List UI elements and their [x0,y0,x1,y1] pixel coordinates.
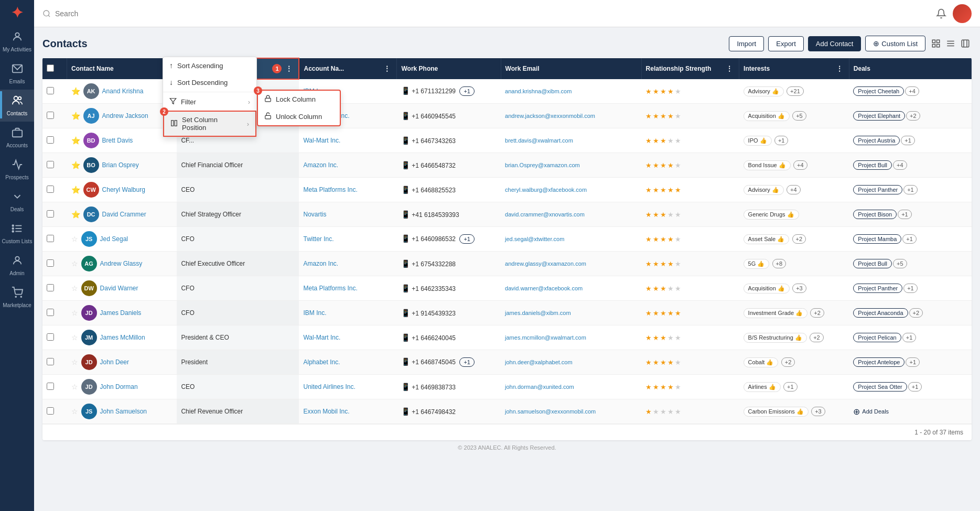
strength-menu-icon[interactable]: ⋮ [724,64,735,73]
interest-tag[interactable]: Investment Grade👍 [744,308,807,318]
sidebar-item-accounts[interactable]: Accounts [0,122,34,154]
row-checkbox[interactable] [47,235,54,242]
email-link[interactable]: andrew.jackson@xexxonmobil.com [505,113,595,119]
interest-extra[interactable]: +8 [772,259,787,268]
deal-extra[interactable]: +4 [893,160,907,170]
contact-name-link[interactable]: James Daniels [100,309,142,317]
deal-tag[interactable]: Project Bull [853,259,892,268]
select-all-checkbox[interactable] [47,64,54,72]
row-checkbox[interactable] [47,309,54,316]
deal-tag[interactable]: Project Mamba [853,234,901,244]
contact-name-link[interactable]: Cheryl Walburg [102,186,145,193]
email-link[interactable]: john.deer@xalphabet.com [505,359,573,365]
row-checkbox[interactable] [47,259,54,267]
deal-extra[interactable]: +1 [903,284,918,293]
interest-tag[interactable]: Generic Drugs👍 [744,210,799,220]
import-button[interactable]: Import [729,36,764,51]
filter-item[interactable]: Filter › [163,93,256,111]
interest-thumb[interactable]: 👍 [796,408,804,415]
email-link[interactable]: john.dorman@xunited.com [505,384,574,390]
deal-extra[interactable]: +2 [906,111,920,121]
interest-thumb[interactable]: 👍 [795,334,802,341]
account-link[interactable]: Twitter Inc. [303,235,333,243]
interest-tag[interactable]: Advisory👍 [744,185,784,195]
deal-tag[interactable]: Project Antelope [853,357,904,367]
interest-extra[interactable]: +3 [792,284,806,293]
interest-extra[interactable]: +2 [792,234,806,244]
deal-tag[interactable]: Project Sea Otter [853,382,907,392]
set-column-position-item[interactable]: Set Column Position › 2 [163,111,256,137]
account-link[interactable]: Amazon Inc. [303,161,338,169]
interest-thumb[interactable]: 👍 [795,310,803,317]
email-link[interactable]: james.daniels@xibm.com [505,310,571,316]
row-checkbox[interactable] [47,87,54,94]
role-menu-icon[interactable]: ⋮ [284,64,294,73]
account-link[interactable]: Exxon Mobil Inc. [303,408,349,415]
sidebar-item-my-activities[interactable]: My Activities [0,26,34,58]
row-checkbox[interactable] [47,210,54,218]
interest-thumb[interactable]: 👍 [787,211,794,218]
email-link[interactable]: cheryl.walburg@xfacebook.com [505,187,587,193]
account-menu-icon[interactable]: ⋮ [382,64,392,73]
interest-extra[interactable]: +1 [774,136,789,145]
interest-extra[interactable]: +1 [783,382,798,392]
email-link[interactable]: john.samuelson@xexxonmobil.com [505,408,596,415]
contact-name-link[interactable]: John Dorman [100,383,138,390]
email-link[interactable]: david.crammer@xnovartis.com [505,211,585,218]
email-link[interactable]: andrew.glassy@xxamazon.com [505,260,586,267]
interest-tag[interactable]: B/S Restructuring👍 [744,333,807,343]
add-deals-button[interactable]: ⊕ Add Deals [853,407,889,417]
sidebar-item-emails[interactable]: Emails [0,58,34,90]
account-link[interactable]: Novartis [303,211,326,218]
interest-extra[interactable]: +5 [792,111,806,121]
deal-tag[interactable]: Project Bull [853,160,892,170]
contact-name-link[interactable]: Anand Krishna [102,88,144,95]
unlock-column-item[interactable]: Unlock Column [258,108,340,125]
interest-thumb[interactable]: 👍 [757,260,764,267]
email-link[interactable]: james.mcmillon@xwalmart.com [505,334,586,341]
row-checkbox[interactable] [47,284,54,291]
deal-extra[interactable]: +1 [901,136,915,145]
deal-extra[interactable]: +4 [905,86,919,96]
contact-name-link[interactable]: Jed Segal [100,235,128,243]
app-logo[interactable]: ✦ [11,4,23,21]
column-view-icon[interactable] [959,37,972,50]
interest-tag[interactable]: Asset Sale👍 [744,234,790,244]
interest-thumb[interactable]: 👍 [772,88,779,95]
interest-tag[interactable]: Bond Issue👍 [744,160,791,170]
deal-tag[interactable]: Project Pelican [853,333,901,342]
deal-tag[interactable]: Project Elephant [853,111,905,121]
row-checkbox[interactable] [47,161,54,168]
add-contact-button[interactable]: Add Contact [808,36,861,51]
interest-extra[interactable]: +2 [781,357,795,367]
sort-ascending-item[interactable]: ↑ Sort Ascending [163,57,256,74]
account-link[interactable]: Alphabet Inc. [303,358,340,366]
interest-tag[interactable]: Acquisition👍 [744,111,790,121]
account-link[interactable]: United Airlines Inc. [303,383,355,390]
phone-extra-badge[interactable]: +1 [459,357,475,367]
grid-view-icon[interactable] [930,37,942,50]
interest-tag[interactable]: IPO👍 [744,136,772,146]
deal-extra[interactable]: +2 [909,308,923,318]
email-link[interactable]: david.warner@xfacebook.com [505,285,583,291]
sort-descending-item[interactable]: ↓ Sort Descending [163,74,256,91]
interest-thumb[interactable]: 👍 [777,236,784,243]
row-checkbox[interactable] [47,383,54,390]
export-button[interactable]: Export [768,36,804,51]
account-link[interactable]: Wal-Mart Inc. [303,137,340,144]
user-avatar[interactable] [953,4,972,23]
account-link[interactable]: IBM Inc. [303,309,326,317]
deal-extra[interactable]: +1 [898,210,912,219]
row-checkbox[interactable] [47,333,54,341]
email-link[interactable]: anand.krishna@xibm.com [505,88,572,94]
sidebar-item-contacts[interactable]: Contacts [0,90,34,122]
email-link[interactable]: jed.segal@xtwitter.com [505,236,564,242]
deal-extra[interactable]: +1 [903,185,918,194]
deal-extra[interactable]: +5 [893,259,907,268]
deal-extra[interactable]: +1 [906,357,920,367]
interest-tag[interactable]: Acquisition👍 [744,284,790,293]
deal-tag[interactable]: Project Anaconda [853,308,908,318]
contact-name-link[interactable]: John Samuelson [100,408,147,415]
deal-extra[interactable]: +1 [908,382,922,392]
contact-name-link[interactable]: Brian Osprey [102,161,139,169]
